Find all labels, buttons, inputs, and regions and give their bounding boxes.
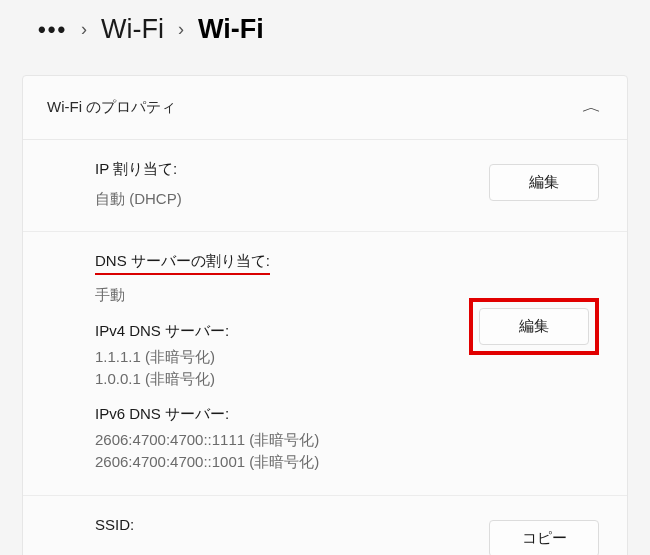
breadcrumb: ••• › Wi-Fi › Wi-Fi bbox=[0, 0, 650, 63]
ssid-label: SSID: bbox=[95, 516, 489, 533]
edit-dns-button[interactable]: 編集 bbox=[479, 308, 589, 345]
breadcrumb-more-icon[interactable]: ••• bbox=[38, 17, 67, 43]
ipv4-dns-label: IPv4 DNS サーバー: bbox=[95, 322, 469, 341]
dns-assignment-label: DNS サーバーの割り当て: bbox=[95, 252, 270, 275]
breadcrumb-prev[interactable]: Wi-Fi bbox=[101, 14, 164, 45]
copy-ssid-button[interactable]: コピー bbox=[489, 520, 599, 556]
breadcrumb-current: Wi-Fi bbox=[198, 14, 264, 45]
row-dns-assignment: DNS サーバーの割り当て: 手動 IPv4 DNS サーバー: 1.1.1.1… bbox=[23, 232, 627, 495]
edit-ip-button[interactable]: 編集 bbox=[489, 164, 599, 201]
row-ssid: SSID: コピー bbox=[23, 496, 627, 556]
card-title: Wi‑Fi のプロパティ bbox=[47, 98, 176, 117]
ip-assignment-value: 自動 (DHCP) bbox=[95, 189, 489, 209]
row-ip-assignment: IP 割り当て: 自動 (DHCP) 編集 bbox=[23, 140, 627, 232]
chevron-right-icon: › bbox=[178, 19, 184, 40]
card-header[interactable]: Wi‑Fi のプロパティ ︿ bbox=[23, 76, 627, 140]
chevron-right-icon: › bbox=[81, 19, 87, 40]
ipv4-dns-value-1: 1.1.1.1 (非暗号化) bbox=[95, 347, 469, 367]
ipv4-dns-value-2: 1.0.0.1 (非暗号化) bbox=[95, 369, 469, 389]
wifi-properties-card: Wi‑Fi のプロパティ ︿ IP 割り当て: 自動 (DHCP) 編集 DNS… bbox=[22, 75, 628, 555]
chevron-up-icon: ︿ bbox=[582, 99, 602, 117]
ipv6-dns-label: IPv6 DNS サーバー: bbox=[95, 405, 469, 424]
ip-assignment-label: IP 割り当て: bbox=[95, 160, 489, 179]
ipv6-dns-value-1: 2606:4700:4700::1111 (非暗号化) bbox=[95, 430, 469, 450]
edit-dns-highlight: 編集 bbox=[469, 298, 599, 355]
dns-mode-value: 手動 bbox=[95, 285, 469, 305]
ipv6-dns-value-2: 2606:4700:4700::1001 (非暗号化) bbox=[95, 452, 469, 472]
